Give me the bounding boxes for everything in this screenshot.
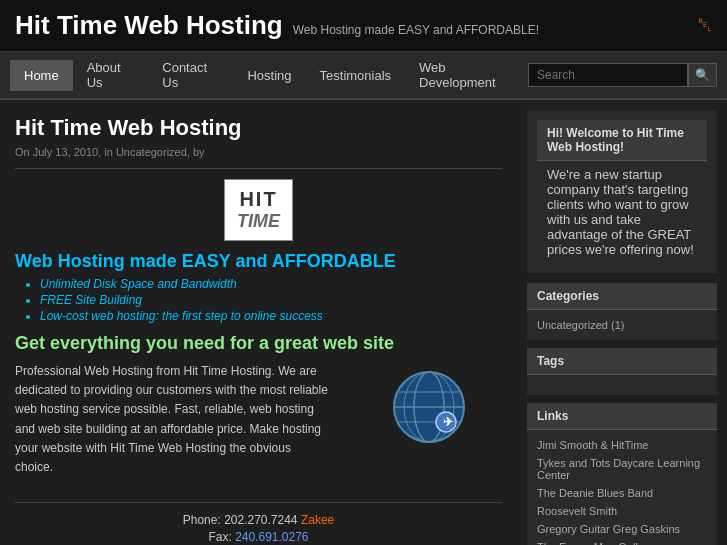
phone-label: Phone:: [183, 513, 221, 527]
links-section: Links Jimi Smooth & HitTimeTykes and Tot…: [527, 403, 717, 545]
tags-section: Tags: [527, 348, 717, 395]
cta-text: Professional Web Hosting from Hit Time H…: [15, 362, 332, 477]
category-item[interactable]: Uncategorized (1): [537, 316, 707, 334]
welcome-box: Hi! Welcome to Hit Time Web Hosting! We'…: [527, 110, 717, 273]
post-meta: On July 13, 2010, in Uncategorized, by: [15, 146, 502, 158]
rss-icon[interactable]: ␇: [698, 15, 712, 36]
cta-heading: Get everything you need for a great web …: [15, 333, 502, 354]
site-header: Hit Time Web Hosting Web Hosting made EA…: [0, 0, 727, 52]
navbar: Home About Us Contact Us Hosting Testimo…: [0, 52, 727, 100]
nav-contact[interactable]: Contact Us: [148, 52, 233, 98]
main-layout: Hit Time Web Hosting On July 13, 2010, i…: [0, 100, 727, 545]
logo-box: HIT TIME: [224, 179, 293, 241]
sidebar-link[interactable]: The Emma Mae Gallery: [537, 538, 707, 545]
nav-hosting[interactable]: Hosting: [233, 60, 305, 91]
divider: [15, 168, 502, 169]
tags-content: [527, 375, 717, 395]
main-content: Hit Time Web Hosting On July 13, 2010, i…: [0, 100, 517, 545]
sidebar-link[interactable]: Jimi Smooth & HitTime: [537, 436, 707, 454]
search-area: 🔍: [528, 63, 717, 87]
links-title: Links: [527, 403, 717, 430]
feature-item: Low-cost web hosting: the first step to …: [40, 309, 502, 323]
site-title: Hit Time Web Hosting: [15, 10, 283, 41]
welcome-text: We're a new startup company that's targe…: [537, 161, 707, 263]
fax-line: Fax: 240.691.0276: [15, 530, 502, 544]
features-list: Unlimited Disk Space and Bandwidth FREE …: [15, 277, 502, 323]
globe-svg: ✈: [389, 367, 469, 447]
feature-item: Unlimited Disk Space and Bandwidth: [40, 277, 502, 291]
nav-about[interactable]: About Us: [73, 52, 149, 98]
categories-title: Categories: [527, 283, 717, 310]
logo-hit: HIT: [239, 188, 277, 210]
tags-title: Tags: [527, 348, 717, 375]
sidebar: Hi! Welcome to Hit Time Web Hosting! We'…: [517, 100, 727, 545]
categories-content: Uncategorized (1): [527, 310, 717, 340]
categories-section: Categories Uncategorized (1): [527, 283, 717, 340]
welcome-title: Hi! Welcome to Hit Time Web Hosting!: [537, 120, 707, 161]
links-content: Jimi Smooth & HitTimeTykes and Tots Dayc…: [527, 430, 717, 545]
nav-webdev[interactable]: Web Development: [405, 52, 528, 98]
search-button[interactable]: 🔍: [688, 63, 717, 87]
sidebar-link[interactable]: Gregory Guitar Greg Gaskins: [537, 520, 707, 538]
site-tagline: Web Hosting made EASY and AFFORDABLE!: [293, 23, 539, 37]
fax-label: Fax:: [208, 530, 231, 544]
contact-area: Phone: 202.270.7244 Zakee Fax: 240.691.0…: [15, 502, 502, 545]
post-title: Hit Time Web Hosting: [15, 115, 502, 141]
feature-item: FREE Site Building: [40, 293, 502, 307]
fax-number: 240.691.0276: [235, 530, 308, 544]
tagline-main: Web Hosting made EASY and AFFORDABLE: [15, 251, 502, 272]
nav-testimonials[interactable]: Testimonials: [306, 60, 406, 91]
phone-number: 202.270.7244: [224, 513, 297, 527]
nav-home[interactable]: Home: [10, 60, 73, 91]
logo-time: TIME: [237, 211, 280, 231]
logo-area: HIT TIME: [15, 179, 502, 241]
phone-name: Zakee: [301, 513, 334, 527]
svg-text:✈: ✈: [443, 415, 453, 429]
cta-section: Professional Web Hosting from Hit Time H…: [15, 362, 502, 487]
globe-icon-area: ✈: [356, 367, 502, 450]
sidebar-link[interactable]: Tykes and Tots Daycare Learning Center: [537, 454, 707, 484]
sidebar-link[interactable]: The Deanie Blues Band: [537, 484, 707, 502]
phone-line: Phone: 202.270.7244 Zakee: [15, 513, 502, 527]
search-input[interactable]: [528, 63, 688, 87]
sidebar-link[interactable]: Roosevelt Smith: [537, 502, 707, 520]
